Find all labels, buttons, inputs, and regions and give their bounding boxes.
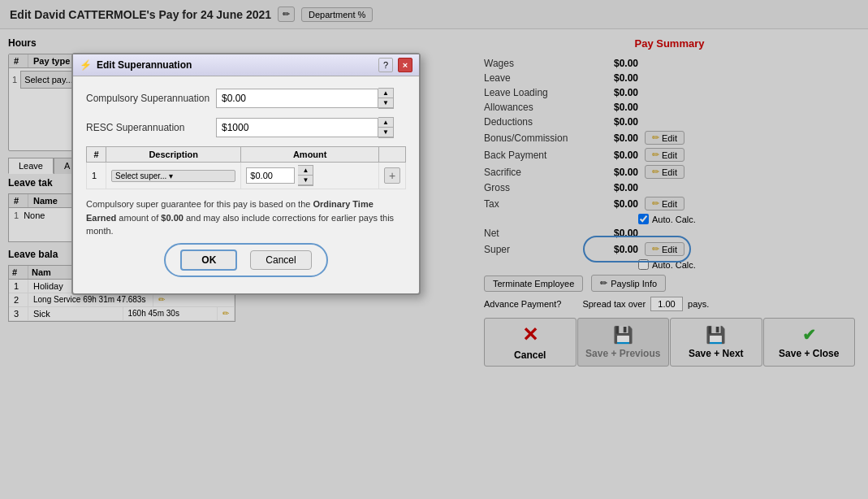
col-description-header: Description <box>106 147 241 163</box>
modal-footer: OK Cancel <box>86 250 406 282</box>
amount-spin-down[interactable]: ▼ <box>298 176 313 185</box>
modal-titlebar: ⚡ Edit Superannuation ? × <box>73 54 419 76</box>
select-super-label: Select super... <box>115 171 166 180</box>
resc-spin-up[interactable]: ▲ <box>378 118 393 128</box>
amount-spin-up[interactable]: ▲ <box>298 166 313 176</box>
resc-field-row: RESC Superannuation ▲ ▼ <box>86 117 406 138</box>
edit-superannuation-dialog: ⚡ Edit Superannuation ? × Compulsory Sup… <box>71 53 421 295</box>
modal-body: Compulsory Superannuation ▲ ▼ RESC Super… <box>73 76 419 293</box>
note-text: Compulsory super guarantee for this pay … <box>86 197 406 238</box>
bolt-icon: ⚡ <box>80 59 92 71</box>
ok-cancel-wrapper: OK Cancel <box>180 250 311 271</box>
resc-spin: ▲ ▼ <box>216 117 394 138</box>
modal-overlay: ⚡ Edit Superannuation ? × Compulsory Sup… <box>0 0 868 499</box>
modal-title: Edit Superannuation <box>97 59 374 71</box>
col-action-header <box>379 147 406 163</box>
compulsory-spin: ▲ ▼ <box>216 88 394 109</box>
compulsory-input[interactable] <box>216 89 378 108</box>
amount-cell: ▲ ▼ <box>241 163 379 189</box>
compulsory-spin-buttons: ▲ ▼ <box>378 88 394 109</box>
super-table: # Description Amount 1 Select super... ▾ <box>86 146 406 189</box>
select-super-dropdown[interactable]: Select super... ▾ <box>111 170 235 182</box>
table-row: 1 Select super... ▾ ▲ <box>87 163 406 189</box>
compulsory-label: Compulsory Superannuation <box>86 93 216 104</box>
resc-label: RESC Superannuation <box>86 122 216 133</box>
resc-input[interactable] <box>216 118 378 137</box>
row-num-cell: 1 <box>87 163 106 189</box>
amount-spin-buttons: ▲ ▼ <box>298 165 313 186</box>
modal-help-button[interactable]: ? <box>378 58 393 72</box>
main-window: Edit David CATTERMOLE's Pay for 24 June … <box>0 0 868 499</box>
compulsory-field-row: Compulsory Superannuation ▲ ▼ <box>86 88 406 109</box>
select-super-cell: Select super... ▾ <box>106 163 241 189</box>
col-amount-header: Amount <box>241 147 379 163</box>
ok-button[interactable]: OK <box>180 250 237 271</box>
amount-spin: ▲ ▼ <box>246 165 374 186</box>
resc-spin-buttons: ▲ ▼ <box>378 117 394 138</box>
compulsory-spin-down[interactable]: ▼ <box>378 98 393 108</box>
resc-spin-down[interactable]: ▼ <box>378 128 393 137</box>
compulsory-spin-up[interactable]: ▲ <box>378 89 393 98</box>
col-num-header: # <box>87 147 106 163</box>
amount-input[interactable] <box>246 167 295 184</box>
add-cell: + <box>379 163 406 189</box>
add-row-button[interactable]: + <box>384 167 400 184</box>
cancel-modal-button[interactable]: Cancel <box>250 250 311 270</box>
modal-close-button[interactable]: × <box>398 58 412 72</box>
